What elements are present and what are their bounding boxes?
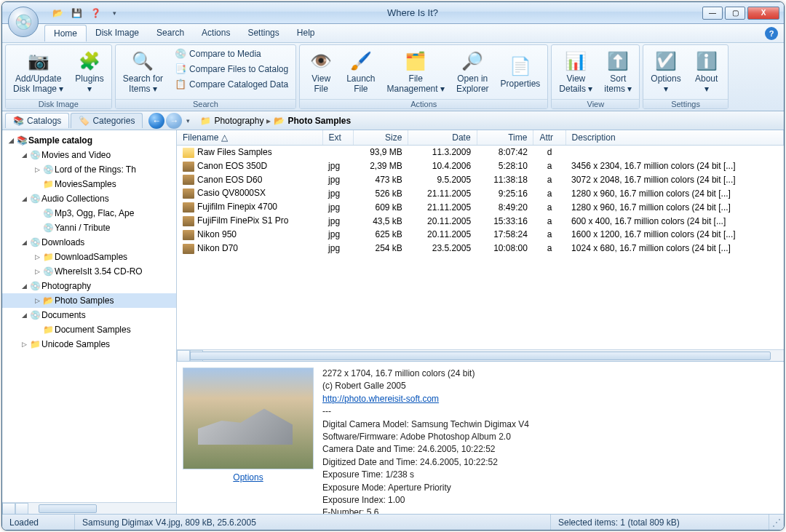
preview-options-link[interactable]: Options xyxy=(233,472,263,483)
tree-expand-icon[interactable]: ▷ xyxy=(20,341,28,348)
ribbon-button-view[interactable]: 📊ViewDetails ▾ xyxy=(555,47,597,98)
tree-item[interactable]: ◢💿Photography xyxy=(2,279,176,293)
ribbon-button-properties[interactable]: 📄Properties xyxy=(496,47,545,98)
qat-help-icon[interactable]: ❓ xyxy=(87,5,104,21)
nav-back-button[interactable]: ← xyxy=(148,113,164,129)
qat-dropdown-icon[interactable]: ▾ xyxy=(106,5,123,21)
menu-tab-help[interactable]: Help xyxy=(288,25,324,41)
ribbon-button-file[interactable]: 🗂️FileManagement ▾ xyxy=(383,47,449,98)
minimize-button[interactable]: — xyxy=(702,7,723,20)
ribbon-icon: 🗂️ xyxy=(404,49,427,73)
qat-open-icon[interactable]: 📂 xyxy=(49,5,66,21)
sidebar-scrollbar[interactable] xyxy=(2,502,176,514)
tree-node-label: WhereIsIt 3.54 CD-RO xyxy=(55,266,143,277)
menu-tab-settings[interactable]: Settings xyxy=(239,25,287,41)
tree-node-icon: 💿 xyxy=(28,150,41,160)
file-row[interactable]: FujiFilm FinePix S1 Projpg43,5 kB20.11.2… xyxy=(177,214,784,228)
thumbnail-icon xyxy=(183,162,194,172)
tree-item[interactable]: ▷📂Photo Samples xyxy=(2,293,176,308)
column-header-ext[interactable]: Ext xyxy=(322,130,354,146)
tree-expand-icon[interactable]: ▷ xyxy=(33,166,41,173)
column-header-attr[interactable]: Attr xyxy=(533,130,565,146)
tree-item[interactable]: ◢💿Movies and Video xyxy=(2,148,176,162)
tab-catalogs[interactable]: 📚Catalogs xyxy=(5,113,69,128)
ribbon-button-open-in[interactable]: 🔎Open inExplorer xyxy=(452,47,493,98)
tree-item[interactable]: 📁MoviesSamples xyxy=(2,177,176,191)
resize-grip[interactable]: ⋰ xyxy=(769,517,784,528)
tree-node-label: Movies and Video xyxy=(41,150,111,160)
nav-forward-button[interactable]: → xyxy=(166,113,182,129)
tree-node-icon: 💿 xyxy=(41,266,55,277)
ribbon-button-compare-cataloged-data[interactable]: 📋Compare Cataloged Data xyxy=(170,77,293,92)
close-button[interactable]: X xyxy=(747,7,779,20)
nav-dropdown-icon[interactable]: ▾ xyxy=(183,117,193,124)
help-icon[interactable]: ? xyxy=(765,27,778,40)
qat-save-icon[interactable]: 💾 xyxy=(68,5,85,21)
tree-item[interactable]: ▷📁DownloadSamples xyxy=(2,250,176,264)
ribbon-button-plugins[interactable]: 🧩Plugins▾ xyxy=(71,47,108,98)
tree-item[interactable]: ◢📚Sample catalog xyxy=(2,133,176,148)
ribbon-button-options[interactable]: ☑️Options▾ xyxy=(646,47,685,98)
file-row[interactable]: Fujifilm Finepix 4700jpg609 kB21.11.2005… xyxy=(177,200,784,214)
tree-expand-icon[interactable]: ▷ xyxy=(33,253,41,261)
tree-expand-icon[interactable]: ▷ xyxy=(33,268,41,275)
file-row[interactable]: Canon EOS 350Djpg2,39 MB10.4.20065:28:10… xyxy=(177,159,784,173)
window-title: Where Is It? xyxy=(123,7,702,18)
ribbon-group-label: Actions xyxy=(300,99,547,108)
tree-expand-icon[interactable]: ▷ xyxy=(33,297,41,304)
menu-tab-actions[interactable]: Actions xyxy=(193,25,239,41)
ribbon-group-settings: ☑️Options▾ℹ️About▾Settings xyxy=(643,44,728,109)
tree-expand-icon[interactable]: ◢ xyxy=(20,195,28,202)
tree-item[interactable]: 💿Yanni / Tribute xyxy=(2,221,176,235)
ribbon-button-launch[interactable]: 🖌️LaunchFile xyxy=(342,47,379,98)
maximize-button[interactable]: ▢ xyxy=(725,7,745,20)
file-row[interactable]: Raw Files Samples93,9 MB11.3.20098:07:42… xyxy=(177,146,784,159)
ribbon-button-view[interactable]: 👁️ViewFile xyxy=(303,47,339,98)
preview-url-link[interactable]: http://photo.whereisit-soft.com xyxy=(322,394,439,404)
tab-categories[interactable]: 🏷️Categories xyxy=(71,113,143,128)
tree-expand-icon[interactable]: ◢ xyxy=(7,137,15,144)
file-list[interactable]: Filename △ExtSizeDateTimeAttrDescription… xyxy=(177,130,784,349)
file-row[interactable]: Canon EOS D60jpg473 kB9.5.200511:38:18a3… xyxy=(177,173,784,187)
tree-item[interactable]: ◢💿Audio Collections xyxy=(2,191,176,206)
menu-tab-disk-image[interactable]: Disk Image xyxy=(87,25,148,41)
tree-item[interactable]: 📁Document Samples xyxy=(2,322,176,337)
file-row[interactable]: Casio QV8000SXjpg526 kB21.11.20059:25:16… xyxy=(177,186,784,200)
tree-item[interactable]: ◢💿Downloads xyxy=(2,235,176,250)
tree-item[interactable]: ◢💿Documents xyxy=(2,308,176,322)
tree-expand-icon[interactable]: ◢ xyxy=(20,151,28,159)
quick-access-toolbar: 📂 💾 ❓ ▾ xyxy=(49,5,123,21)
filelist-scrollbar[interactable] xyxy=(177,349,784,361)
preview-thumbnail[interactable] xyxy=(183,368,314,469)
tree-item[interactable]: ▷💿Lord of the Rings: Th xyxy=(2,162,176,177)
column-header-description[interactable]: Description xyxy=(565,130,783,146)
navigation-bar: 📚Catalogs 🏷️Categories ← → ▾ 📁 Photograp… xyxy=(2,111,784,130)
ribbon-button-about[interactable]: ℹ️About▾ xyxy=(688,47,725,98)
ribbon-button-search-for[interactable]: 🔍Search forItems ▾ xyxy=(119,47,167,98)
tree-expand-icon[interactable]: ◢ xyxy=(20,239,28,246)
app-icon[interactable]: 💿 xyxy=(8,7,39,37)
catalog-tree[interactable]: ◢📚Sample catalog◢💿Movies and Video▷💿Lord… xyxy=(2,130,176,502)
tree-expand-icon[interactable]: ◢ xyxy=(20,282,28,290)
thumbnail-icon xyxy=(183,244,194,254)
file-row[interactable]: Nikon 950jpg625 kB20.11.200517:58:24a160… xyxy=(177,228,784,242)
file-row[interactable]: Nikon D70jpg254 kB23.5.200510:08:00a1024… xyxy=(177,242,784,255)
status-bar: Loaded Samsung Digimax V4.jpg, 809 kB, 2… xyxy=(2,514,784,530)
tree-item[interactable]: ▷💿WhereIsIt 3.54 CD-RO xyxy=(2,264,176,279)
menu-tab-home[interactable]: Home xyxy=(44,25,87,41)
column-header-date[interactable]: Date xyxy=(408,130,477,146)
ribbon-button-compare-to-media[interactable]: 💿Compare to Media xyxy=(170,47,293,61)
column-header-filename[interactable]: Filename △ xyxy=(177,130,322,146)
tree-node-label: Photo Samples xyxy=(55,295,114,306)
ribbon-button-add-update[interactable]: 📷Add/UpdateDisk Image ▾ xyxy=(9,47,68,98)
tree-item[interactable]: 💿Mp3, Ogg, Flac, Ape xyxy=(2,206,176,221)
tree-expand-icon[interactable]: ◢ xyxy=(20,311,28,319)
ribbon-button-sort[interactable]: ⬆️Sortitems ▾ xyxy=(600,47,636,98)
breadcrumb-parent[interactable]: Photography xyxy=(214,116,263,126)
tree-item[interactable]: ▷📁Unicode Samples xyxy=(2,337,176,352)
tree-node-icon: 📁 xyxy=(41,252,55,262)
column-header-time[interactable]: Time xyxy=(477,130,533,146)
column-header-size[interactable]: Size xyxy=(354,130,408,146)
ribbon-button-compare-files-to-catalog[interactable]: 📑Compare Files to Catalog xyxy=(170,62,293,76)
menu-tab-search[interactable]: Search xyxy=(148,25,193,41)
